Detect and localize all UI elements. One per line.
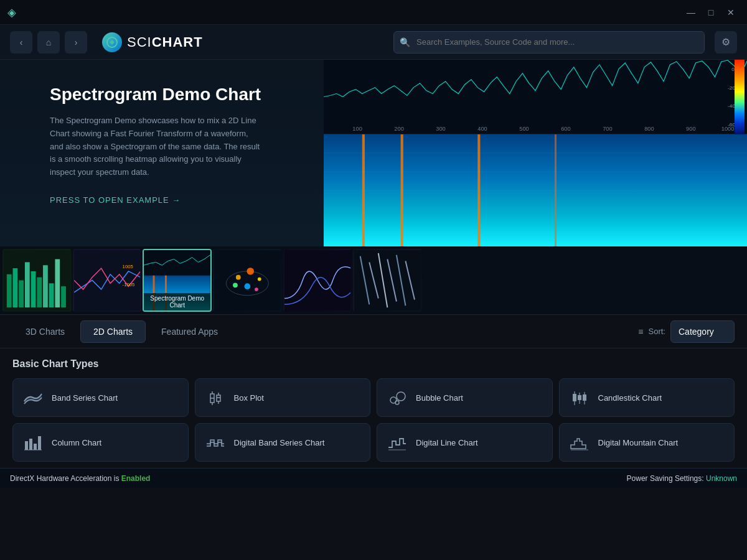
band-series-label: Band Series Chart	[52, 393, 118, 403]
acceleration-value: Enabled	[121, 474, 151, 483]
nav-bar: ‹ ⌂ › SCICHART 🔍 ⚙	[0, 25, 747, 60]
hero-section: Spectrogram Demo Chart The Spectrogram D…	[0, 60, 747, 246]
sort-area: ≡ Sort: Category Name Newest	[638, 320, 735, 343]
svg-rect-29	[13, 268, 18, 307]
svg-rect-80	[29, 439, 32, 450]
svg-rect-37	[61, 286, 66, 307]
svg-rect-30	[19, 281, 24, 308]
svg-text:500: 500	[519, 126, 529, 132]
svg-rect-33	[37, 278, 42, 307]
svg-point-53	[255, 287, 258, 291]
svg-point-51	[245, 283, 251, 289]
search-bar: 🔍	[393, 31, 705, 54]
tab-3d-charts[interactable]: 3D Charts	[12, 320, 78, 343]
acceleration-status: DirectX Hardware Acceleration is Enabled	[10, 474, 150, 483]
waveform-chart: 100 200 300 400 500 600 700 800 900 1000…	[324, 60, 747, 134]
logo-icon	[102, 32, 122, 52]
svg-text:200: 200	[394, 126, 403, 132]
back-button[interactable]: ‹	[10, 31, 32, 54]
logo-text: SCICHART	[127, 34, 203, 50]
svg-rect-46	[214, 250, 281, 310]
thumbnail-item[interactable]	[2, 249, 72, 312]
search-icon: 🔍	[400, 37, 410, 47]
tab-featured-apps[interactable]: Featured Apps	[148, 320, 231, 343]
svg-rect-82	[38, 436, 41, 450]
svg-text:800: 800	[644, 126, 654, 132]
home-button[interactable]: ⌂	[37, 31, 60, 54]
svg-rect-81	[34, 444, 37, 450]
chart-card-digital-line[interactable]: Digital Line Chart	[377, 423, 553, 462]
power-saving-status: Power Saving Settings: Unknown	[627, 474, 737, 483]
logo: SCICHART	[102, 32, 203, 52]
section-title: Basic Chart Types	[12, 358, 735, 370]
hero-cta[interactable]: PRESS TO OPEN EXAMPLE →	[50, 195, 181, 205]
box-plot-icon	[204, 386, 227, 409]
tab-2d-charts[interactable]: 2D Charts	[80, 320, 146, 343]
candlestick-label: Candlestick Chart	[598, 393, 662, 403]
digital-mountain-icon	[568, 431, 591, 454]
svg-rect-35	[49, 283, 54, 307]
chart-card-digital-mountain[interactable]: Digital Mountain Chart	[559, 423, 735, 462]
color-scale-bar	[735, 60, 745, 134]
app-icon: ◈	[7, 6, 16, 19]
chart-card-bubble[interactable]: Bubble Chart	[377, 378, 553, 417]
thumbnail-item[interactable]	[213, 249, 282, 312]
chart-card-column[interactable]: Column Chart	[12, 423, 189, 462]
svg-text:1005: 1005	[122, 264, 133, 269]
chart-card-digital-band[interactable]: Digital Band Series Chart	[195, 423, 371, 462]
sort-label: Sort:	[649, 327, 665, 336]
window-controls[interactable]: — □ ✕	[682, 4, 740, 21]
settings-button[interactable]: ⚙	[715, 31, 737, 54]
forward-button[interactable]: ›	[65, 31, 87, 54]
digital-line-label: Digital Line Chart	[416, 438, 478, 447]
svg-text:400: 400	[477, 126, 487, 132]
hero-description: The Spectrogram Demo showcases how to mi…	[50, 114, 261, 179]
digital-line-icon	[386, 431, 408, 454]
bubble-icon	[386, 386, 408, 409]
svg-rect-38	[74, 250, 141, 310]
digital-band-icon	[204, 431, 227, 454]
hero-chart: 100 200 300 400 500 600 700 800 900 1000…	[324, 60, 747, 246]
svg-text:100: 100	[352, 126, 362, 132]
svg-text:-1005: -1005	[122, 282, 134, 287]
hero-text: Spectrogram Demo Chart The Spectrogram D…	[0, 60, 311, 230]
svg-rect-66	[217, 395, 220, 401]
content-area: Basic Chart Types Band Series Chart	[0, 348, 747, 468]
thumbnail-item[interactable]: 1005 -1005	[73, 249, 142, 312]
close-button[interactable]: ✕	[722, 4, 740, 21]
minimize-button[interactable]: —	[682, 4, 700, 21]
svg-rect-42	[144, 250, 210, 274]
thumbnail-item[interactable]	[353, 249, 422, 312]
tabs-bar: 3D Charts 2D Charts Featured Apps ≡ Sort…	[0, 315, 747, 348]
band-series-icon	[22, 386, 44, 409]
svg-point-49	[247, 268, 254, 275]
title-bar-left: ◈	[7, 6, 16, 19]
svg-point-50	[258, 278, 261, 281]
chart-card-box-plot[interactable]: Box Plot	[195, 378, 371, 417]
svg-rect-34	[43, 265, 48, 307]
thumbnail-strip: 1005 -1005 Spectrogram Demo Chart	[0, 246, 747, 315]
search-input[interactable]	[393, 31, 705, 54]
title-bar: ◈ — □ ✕	[0, 0, 747, 25]
box-plot-label: Box Plot	[234, 393, 264, 403]
svg-text:300: 300	[436, 126, 445, 132]
svg-rect-31	[25, 262, 30, 307]
chart-card-candlestick[interactable]: Candlestick Chart	[559, 378, 735, 417]
sort-icon: ≡	[638, 327, 643, 337]
thumbnail-item[interactable]	[283, 249, 352, 312]
svg-point-48	[236, 275, 241, 280]
heatmap-chart	[324, 134, 747, 246]
candlestick-icon	[568, 386, 591, 409]
bubble-label: Bubble Chart	[416, 393, 463, 403]
digital-mountain-label: Digital Mountain Chart	[598, 438, 679, 447]
chart-card-band-series[interactable]: Band Series Chart	[12, 378, 189, 417]
svg-text:700: 700	[603, 126, 612, 132]
maximize-button[interactable]: □	[702, 4, 720, 21]
status-bar: DirectX Hardware Acceleration is Enabled…	[0, 468, 747, 488]
svg-point-71	[397, 392, 405, 401]
svg-point-52	[233, 282, 238, 287]
thumbnail-item-active[interactable]: Spectrogram Demo Chart	[143, 249, 212, 312]
svg-rect-76	[578, 395, 581, 400]
sort-select[interactable]: Category Name Newest	[670, 320, 735, 343]
power-saving-value[interactable]: Unknown	[706, 474, 737, 483]
